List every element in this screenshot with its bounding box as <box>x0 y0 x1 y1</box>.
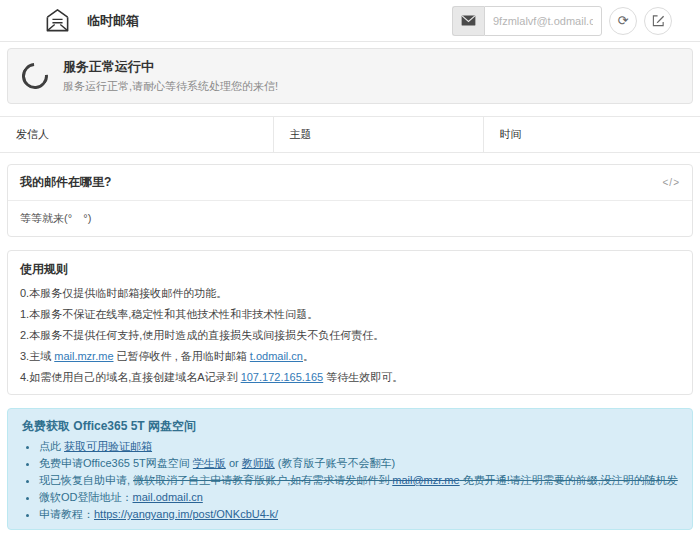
dns-ip-link[interactable]: 107.172.165.165 <box>241 371 324 383</box>
rule-2: 2.本服务不提供任何支持,使用时造成的直接损失或间接损失不负任何责任。 <box>20 329 680 341</box>
main-domain-link[interactable]: mail.mzr.me <box>54 350 113 362</box>
rule-3-text: 3.主域 <box>20 350 54 362</box>
tutorial-link[interactable]: https://yangyang.im/post/ONKcbU4-k/ <box>94 508 278 520</box>
promo-item-2-text-mid: or <box>226 457 242 469</box>
promo-item-2-text-end: (教育版子账号不会翻车) <box>275 457 395 469</box>
spinner-icon <box>17 58 54 95</box>
edit-icon <box>652 14 665 27</box>
rule-1: 1.本服务不保证在线率,稳定性和其他技术性和非技术性问题。 <box>20 308 680 320</box>
where-is-mail-card: 我的邮件在哪里? </> 等等就来(°ゝ°) <box>7 164 693 237</box>
promo-title: 免费获取 Office365 5T 网盘空间 <box>22 418 678 435</box>
promo-item-4-text: 微软OD登陆地址： <box>39 491 133 503</box>
promo-item-3-strike-end: 免费开通!请注明需要的前缀,没注明的随机发 <box>460 474 678 486</box>
promo-item-apply: 免费申请Office365 5T网盘空间 学生版 or 教师版 (教育版子账号不… <box>39 457 678 469</box>
teacher-edition-link[interactable]: 教师版 <box>242 457 275 469</box>
usage-rules-card: 使用规则 0.本服务仅提供临时邮箱接收邮件的功能。 1.本服务不保证在线率,稳定… <box>7 250 693 395</box>
usage-rules-title: 使用规则 <box>20 261 680 278</box>
promo-item-5-text: 申请教程： <box>39 508 94 520</box>
column-sender: 发信人 <box>0 117 273 153</box>
header-controls: ⟳ <box>452 6 700 36</box>
promo-item-tutorial: 申请教程：https://yangyang.im/post/ONKcbU4-k/ <box>39 508 678 520</box>
rule-4-text-end: 等待生效即可。 <box>323 371 403 383</box>
inbox-header-row: 发信人 主题 时间 <box>0 117 700 153</box>
refresh-button[interactable]: ⟳ <box>609 7 637 35</box>
column-time: 时间 <box>483 117 700 153</box>
where-is-mail-body: 等等就来(°ゝ°) <box>8 201 692 236</box>
column-subject: 主题 <box>273 117 483 153</box>
promo-list: 点此 获取可用验证邮箱 免费申请Office365 5T网盘空间 学生版 or … <box>22 440 678 520</box>
open-envelope-logo-icon <box>44 7 71 34</box>
promo-item-verify-mailbox: 点此 获取可用验证邮箱 <box>39 440 678 452</box>
office365-promo-panel: 免费获取 Office365 5T 网盘空间 点此 获取可用验证邮箱 免费申请O… <box>7 408 693 530</box>
where-is-mail-title: 我的邮件在哪里? <box>20 174 111 191</box>
brand: 临时邮箱 <box>0 7 139 34</box>
rule-3-text-end: 。 <box>303 350 314 362</box>
inbox-table: 发信人 主题 时间 <box>0 116 700 153</box>
promo-item-1-text: 点此 <box>39 440 64 452</box>
email-input-group <box>452 6 602 36</box>
student-edition-link[interactable]: 学生版 <box>193 457 226 469</box>
code-icon: </> <box>663 177 680 188</box>
refresh-icon: ⟳ <box>618 13 629 28</box>
rule-4-text: 4.如需使用自己的域名,直接创建域名A记录到 <box>20 371 241 383</box>
envelope-addon-icon <box>452 6 484 36</box>
promo-item-3-strike: 微软取消了自主申请教育版账户,如有需求请发邮件到 <box>133 474 392 486</box>
where-is-mail-header: 我的邮件在哪里? </> <box>8 165 692 201</box>
rule-3: 3.主域 mail.mzr.me 已暂停收件 , 备用临时邮箱 t.odmail… <box>20 350 680 362</box>
edit-email-button[interactable] <box>644 7 672 35</box>
rule-4: 4.如需使用自己的域名,直接创建域名A记录到 107.172.165.165 等… <box>20 371 680 383</box>
promo-item-3-text: 现已恢复自助申请, <box>39 474 133 486</box>
promo-item-od-login: 微软OD登陆地址：mail.odmail.cn <box>39 491 678 503</box>
rule-0: 0.本服务仅提供临时邮箱接收邮件的功能。 <box>20 287 680 299</box>
status-title: 服务正常运行中 <box>63 58 278 76</box>
backup-domain-link[interactable]: t.odmail.cn <box>250 350 303 362</box>
promo-item-restored: 现已恢复自助申请, 微软取消了自主申请教育版账户,如有需求请发邮件到 mail@… <box>39 474 678 486</box>
verify-mailbox-link[interactable]: 获取可用验证邮箱 <box>64 440 152 452</box>
status-texts: 服务正常运行中 服务运行正常,请耐心等待系统处理您的来信! <box>63 58 278 94</box>
status-subtitle: 服务运行正常,请耐心等待系统处理您的来信! <box>63 79 278 94</box>
rule-3-text-mid: 已暂停收件 , 备用临时邮箱 <box>114 350 250 362</box>
request-mail-link[interactable]: mail@mzr.me <box>392 474 459 486</box>
service-status-panel: 服务正常运行中 服务运行正常,请耐心等待系统处理您的来信! <box>7 48 693 104</box>
od-login-link[interactable]: mail.odmail.cn <box>133 491 203 503</box>
header-bar: 临时邮箱 ⟳ <box>0 0 700 42</box>
promo-item-2-text: 免费申请Office365 5T网盘空间 <box>39 457 193 469</box>
app-title: 临时邮箱 <box>87 12 139 30</box>
temp-email-input[interactable] <box>484 6 602 36</box>
